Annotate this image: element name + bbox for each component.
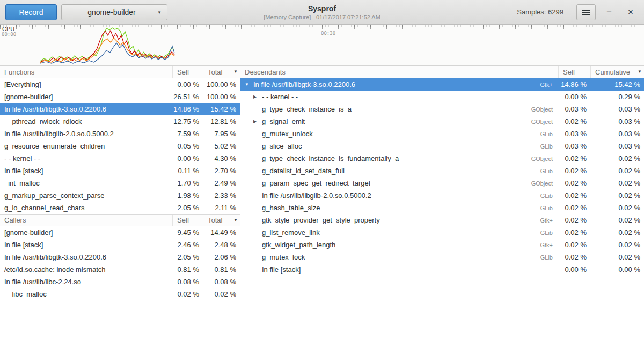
descendants-table-body: ▼ In file /usr/lib/libgtk-3.so.0.2200.6 …: [240, 78, 644, 276]
table-row[interactable]: __libc_malloc 0.02 % 0.02 %: [0, 288, 240, 300]
expander-icon[interactable]: ▶: [253, 120, 262, 124]
table-row[interactable]: In file /usr/lib/libglib-2.0.so.0.5000.2…: [0, 128, 240, 140]
table-row[interactable]: [gnome-builder] 26.51 % 100.00 %: [0, 91, 240, 103]
self-value: 0.81 %: [172, 265, 203, 274]
function-name: __pthread_rwlock_rdlock: [0, 117, 172, 125]
table-row[interactable]: g_hash_table_size GLib 0.02 % 0.02 %: [240, 202, 644, 214]
minimize-button[interactable]: −: [601, 4, 617, 20]
self-value: 0.05 %: [172, 142, 203, 150]
table-row[interactable]: - - kernel - - 0.00 % 4.30 %: [0, 152, 240, 165]
sort-indicator-icon: ▼: [233, 218, 238, 223]
total-value: 14.49 %: [203, 228, 240, 237]
column-header-callers[interactable]: Callers: [0, 215, 172, 226]
total-value: 0.81 %: [203, 265, 240, 274]
total-value: 2.06 %: [203, 253, 240, 261]
column-header-cumulative-label: Cumulative: [595, 68, 630, 76]
column-header-self[interactable]: Self: [172, 66, 203, 78]
function-name: [Everything]: [0, 80, 172, 88]
table-row[interactable]: gtk_style_provider_get_style_property Gt…: [240, 214, 644, 226]
descendants-table-header: Descendants Self Cumulative ▼: [240, 66, 644, 78]
column-header-self[interactable]: Self: [558, 66, 590, 78]
self-value: 7.59 %: [172, 130, 203, 138]
function-name: In file /usr/lib/libc-2.24.so: [0, 278, 172, 286]
table-row[interactable]: g_datalist_id_set_data_full GLib 0.02 % …: [240, 165, 644, 177]
self-value: 0.03 %: [558, 130, 590, 138]
table-row[interactable]: g_slice_alloc GLib 0.03 % 0.03 %: [240, 140, 644, 152]
table-row[interactable]: g_markup_parse_context_parse 1.98 % 2.33…: [0, 189, 240, 202]
total-value: 2.11 %: [203, 204, 240, 212]
table-row[interactable]: /etc/ld.so.cache: inode mismatch 0.81 % …: [0, 263, 240, 276]
table-row[interactable]: In file /usr/lib/libc-2.24.so 0.08 % 0.0…: [0, 276, 240, 288]
table-row[interactable]: g_type_check_instance_is_a GObject 0.03 …: [240, 103, 644, 115]
expander-icon[interactable]: ▶: [253, 95, 262, 99]
self-value: 2.46 %: [172, 241, 203, 249]
total-value: 100.00 %: [203, 80, 240, 88]
total-value: 4.30 %: [203, 154, 240, 162]
function-name: g_type_check_instance_is_a GObject: [240, 105, 558, 113]
table-row[interactable]: In file [stack] 0.11 % 2.70 %: [0, 165, 240, 177]
column-header-descendants[interactable]: Descendants: [240, 66, 558, 78]
table-row[interactable]: [Everything] 0.00 % 100.00 %: [0, 78, 240, 91]
column-header-functions[interactable]: Functions: [0, 66, 172, 78]
process-selector-dropdown[interactable]: gnome-builder ▼: [61, 4, 167, 20]
table-row[interactable]: g_io_channel_read_chars 2.05 % 2.11 %: [0, 202, 240, 214]
table-row[interactable]: [gnome-builder] 9.45 % 14.49 %: [0, 226, 240, 239]
self-value: 0.00 %: [558, 265, 590, 274]
library-tag: GObject: [526, 119, 558, 125]
cumulative-value: 0.02 %: [590, 253, 644, 261]
record-button[interactable]: Record: [5, 4, 57, 20]
cumulative-value: 0.02 %: [590, 154, 644, 162]
total-value: 0.02 %: [203, 290, 240, 298]
self-value: 12.75 %: [172, 117, 203, 125]
function-name: ▼ In file /usr/lib/libgtk-3.so.0.2200.6 …: [240, 80, 558, 88]
self-value: 0.00 %: [558, 93, 590, 101]
functions-table-header: Functions Self Total ▼: [0, 66, 240, 78]
process-selector-label: gnome-builder: [87, 8, 136, 17]
table-row[interactable]: g_list_remove_link GLib 0.02 % 0.02 %: [240, 226, 644, 239]
table-row[interactable]: g_param_spec_get_redirect_target GObject…: [240, 177, 644, 189]
table-row[interactable]: g_mutex_unlock GLib 0.03 % 0.03 %: [240, 128, 644, 140]
table-row[interactable]: In file /usr/lib/libgtk-3.so.0.2200.6 14…: [0, 103, 240, 115]
app-title: Sysprof: [264, 3, 380, 13]
function-name: g_mutex_unlock GLib: [240, 130, 558, 138]
table-row[interactable]: In file /usr/lib/libgtk-3.so.0.2200.6 2.…: [0, 251, 240, 263]
library-tag: GLib: [535, 131, 558, 137]
table-row[interactable]: g_type_check_instance_is_fundamentally_a…: [240, 152, 644, 165]
cumulative-value: 0.02 %: [590, 216, 644, 224]
cumulative-value: 0.02 %: [590, 228, 644, 237]
cpu-timeline[interactable]: CPU 00:00 00:30: [0, 25, 644, 65]
total-value: 100.00 %: [203, 93, 240, 101]
expander-icon[interactable]: ▼: [245, 83, 253, 87]
library-tag: GLib: [535, 230, 558, 236]
column-header-self[interactable]: Self: [172, 215, 203, 226]
function-name: - - kernel - -: [0, 154, 172, 162]
table-row[interactable]: ▶ - - kernel - - 0.00 % 0.29 %: [240, 91, 644, 103]
close-button[interactable]: ×: [623, 4, 639, 20]
table-row[interactable]: _int_malloc 1.70 % 2.49 %: [0, 177, 240, 189]
descendants-pane: Descendants Self Cumulative ▼ ▼ In file …: [240, 66, 644, 362]
header-right-group: Samples: 6299 − ×: [517, 4, 639, 20]
self-value: 0.02 %: [558, 167, 590, 175]
table-row[interactable]: ▶ g_signal_emit GObject 0.02 % 0.03 %: [240, 115, 644, 128]
table-row[interactable]: __pthread_rwlock_rdlock 12.75 % 12.81 %: [0, 115, 240, 128]
menu-button[interactable]: [576, 4, 596, 20]
column-header-total[interactable]: Total ▼: [203, 66, 240, 78]
self-value: 0.02 %: [558, 216, 590, 224]
table-row[interactable]: gtk_widget_path_length Gtk+ 0.02 % 0.02 …: [240, 239, 644, 251]
self-value: 0.02 %: [558, 204, 590, 212]
total-value: 2.49 %: [203, 179, 240, 187]
table-row[interactable]: In file [stack] 2.46 % 2.48 %: [0, 239, 240, 251]
table-row[interactable]: ▼ In file /usr/lib/libgtk-3.so.0.2200.6 …: [240, 78, 644, 91]
sysprof-window: Record gnome-builder ▼ Sysprof [Memory C…: [0, 0, 644, 362]
table-row[interactable]: In file /usr/lib/libglib-2.0.so.0.5000.2…: [240, 189, 644, 202]
self-value: 1.70 %: [172, 179, 203, 187]
table-row[interactable]: In file [stack] 0.00 % 0.00 %: [240, 263, 644, 276]
column-header-total[interactable]: Total ▼: [203, 215, 240, 226]
column-header-cumulative[interactable]: Cumulative ▼: [590, 66, 644, 78]
table-row[interactable]: g_mutex_lock GLib 0.02 % 0.02 %: [240, 251, 644, 263]
self-value: 0.02 %: [558, 228, 590, 237]
total-value: 2.70 %: [203, 167, 240, 175]
self-value: 2.05 %: [172, 204, 203, 212]
table-row[interactable]: g_resource_enumerate_children 0.05 % 5.0…: [0, 140, 240, 152]
sort-indicator-icon: ▼: [233, 70, 238, 74]
